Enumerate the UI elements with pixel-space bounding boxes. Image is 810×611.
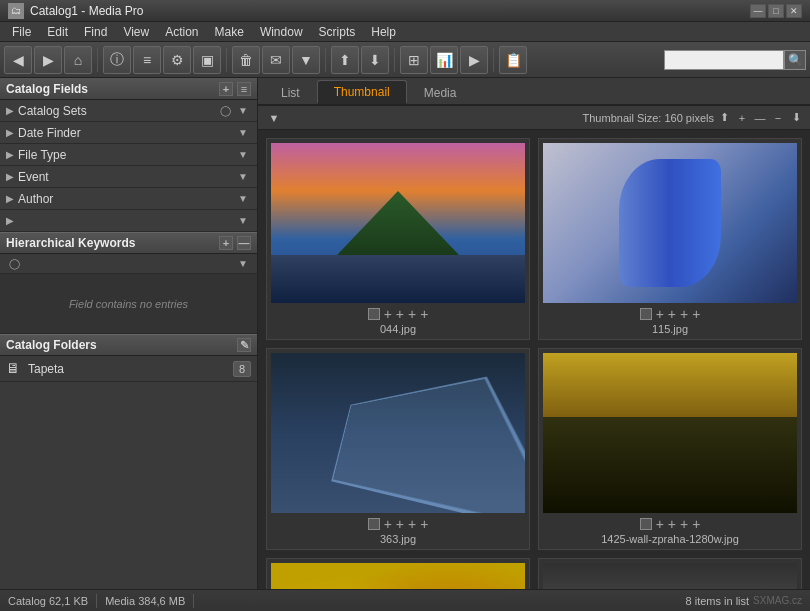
thumb-tag-btn[interactable]: + <box>420 517 428 531</box>
tab-media[interactable]: Media <box>407 80 474 104</box>
thumb-star-btn[interactable]: + <box>668 517 676 531</box>
back-button[interactable]: ◀ <box>4 46 32 74</box>
mail-button[interactable]: ✉ <box>262 46 290 74</box>
field-down-icon[interactable]: ▼ <box>235 103 251 119</box>
info-button[interactable]: ⓘ <box>103 46 131 74</box>
thumb-item-115[interactable]: + + + + 115.jpg <box>538 138 802 340</box>
thumb-flag-btn[interactable]: + <box>680 307 688 321</box>
thumb-tag-btn[interactable]: + <box>420 307 428 321</box>
upload-button[interactable]: ⬆ <box>331 46 359 74</box>
menu-file[interactable]: File <box>4 23 39 41</box>
menu-action[interactable]: Action <box>157 23 206 41</box>
size-decrease[interactable]: − <box>770 110 786 126</box>
thumb-add-btn[interactable]: + <box>384 517 392 531</box>
thumb-add-btn[interactable]: + <box>656 307 664 321</box>
thumb-checkbox[interactable] <box>368 308 380 320</box>
field-catalog-sets[interactable]: ▶ Catalog Sets ◯ ▼ <box>0 100 257 122</box>
tab-thumbnail[interactable]: Thumbnail <box>317 80 407 104</box>
thumb-item-044[interactable]: + + + + 044.jpg <box>266 138 530 340</box>
list-button[interactable]: ≡ <box>133 46 161 74</box>
slide-button[interactable]: ▣ <box>193 46 221 74</box>
thumb-checkbox[interactable] <box>368 518 380 530</box>
field-extra[interactable]: ▶ ▼ <box>0 210 257 232</box>
thumb-item-prague[interactable]: + + + + 1425-wall-zpraha-1280w.jpg <box>538 348 802 550</box>
down-button[interactable]: ▼ <box>292 46 320 74</box>
field-date-finder[interactable]: ▶ Date Finder ▼ <box>0 122 257 144</box>
folder-tapeta[interactable]: 🖥 Tapeta 8 <box>0 356 257 382</box>
size-increase[interactable]: + <box>734 110 750 126</box>
catalog-folders-content: 🖥 Tapeta 8 <box>0 356 257 589</box>
thumb-star-btn[interactable]: + <box>668 307 676 321</box>
field-down-icon[interactable]: ▼ <box>235 147 251 163</box>
field-actions: ▼ <box>235 125 251 141</box>
thumb-flag-btn[interactable]: + <box>680 517 688 531</box>
items-count: 8 items in list <box>686 595 750 607</box>
thumb-star-btn[interactable]: + <box>396 307 404 321</box>
catalog-fields-options[interactable]: ≡ <box>237 82 251 96</box>
thumb-flag-btn[interactable]: + <box>408 307 416 321</box>
menu-find[interactable]: Find <box>76 23 115 41</box>
field-author[interactable]: ▶ Author ▼ <box>0 188 257 210</box>
thumb-add-btn[interactable]: + <box>384 307 392 321</box>
hk-down-icon[interactable]: ▼ <box>235 256 251 272</box>
delete-button[interactable]: 🗑 <box>232 46 260 74</box>
menu-view[interactable]: View <box>115 23 157 41</box>
field-down-icon[interactable]: ▼ <box>235 191 251 207</box>
menu-make[interactable]: Make <box>207 23 252 41</box>
field-circle-icon: ◯ <box>217 103 233 119</box>
menu-edit[interactable]: Edit <box>39 23 76 41</box>
thumb-checkbox[interactable] <box>640 518 652 530</box>
field-down-icon[interactable]: ▼ <box>235 125 251 141</box>
field-event[interactable]: ▶ Event ▼ <box>0 166 257 188</box>
menu-window[interactable]: Window <box>252 23 311 41</box>
thumb-tag-btn[interactable]: + <box>692 307 700 321</box>
search-icon[interactable]: 🔍 <box>784 50 806 70</box>
status-bar: Catalog 62,1 KB Media 384,6 MB 8 items i… <box>0 589 810 611</box>
search-input[interactable] <box>664 50 784 70</box>
size-increase-max[interactable]: ⬆ <box>716 110 732 126</box>
field-down-icon[interactable]: ▼ <box>235 213 251 229</box>
catalog-fields-add[interactable]: + <box>219 82 233 96</box>
thumb-checkbox[interactable] <box>640 308 652 320</box>
thumb-image-rio <box>271 143 525 303</box>
close-button[interactable]: ✕ <box>786 4 802 18</box>
size-decrease-max[interactable]: ⬇ <box>788 110 804 126</box>
field-file-type[interactable]: ▶ File Type ▼ <box>0 144 257 166</box>
thumb-item-363[interactable]: + + + + 363.jpg <box>266 348 530 550</box>
thumb-star-btn[interactable]: + <box>396 517 404 531</box>
thumb-tag-btn[interactable]: + <box>692 517 700 531</box>
menu-scripts[interactable]: Scripts <box>311 23 364 41</box>
grid-button[interactable]: ⊞ <box>400 46 428 74</box>
folder-icon: 🖥 <box>6 360 24 378</box>
hk-options-button[interactable]: — <box>237 236 251 250</box>
catalog-folders-section: Catalog Folders ✎ 🖥 Tapeta 8 <box>0 334 257 589</box>
maximize-button[interactable]: □ <box>768 4 784 18</box>
minimize-button[interactable]: — <box>750 4 766 18</box>
catalog-fields-header: Catalog Fields + ≡ <box>0 78 257 100</box>
play-button[interactable]: ▶ <box>460 46 488 74</box>
thumb-image-prague <box>543 353 797 513</box>
left-panel: Catalog Fields + ≡ ▶ Catalog Sets ◯ ▼ ▶ … <box>0 78 258 589</box>
thumb-item-car[interactable]: + + + + <box>538 558 802 589</box>
cf-edit-button[interactable]: ✎ <box>237 338 251 352</box>
field-actions: ▼ <box>235 169 251 185</box>
menu-help[interactable]: Help <box>363 23 404 41</box>
thumb-flag-btn[interactable]: + <box>408 517 416 531</box>
field-label: Date Finder <box>18 126 235 140</box>
chart-button[interactable]: 📊 <box>430 46 458 74</box>
hk-add-button[interactable]: + <box>219 236 233 250</box>
thumb-image-container <box>543 563 797 589</box>
home-button[interactable]: ⌂ <box>64 46 92 74</box>
field-down-icon[interactable]: ▼ <box>235 169 251 185</box>
export-button[interactable]: 📋 <box>499 46 527 74</box>
thumb-item-flag[interactable]: + + + + <box>266 558 530 589</box>
separator-2 <box>226 48 227 72</box>
download-button[interactable]: ⬇ <box>361 46 389 74</box>
tab-list[interactable]: List <box>264 80 317 104</box>
filter-icon[interactable]: ▼ <box>266 110 282 126</box>
settings-button[interactable]: ⚙ <box>163 46 191 74</box>
menu-bar: File Edit Find View Action Make Window S… <box>0 22 810 42</box>
thumb-add-btn[interactable]: + <box>656 517 664 531</box>
forward-button[interactable]: ▶ <box>34 46 62 74</box>
thumb-controls: + + + + <box>368 517 429 531</box>
